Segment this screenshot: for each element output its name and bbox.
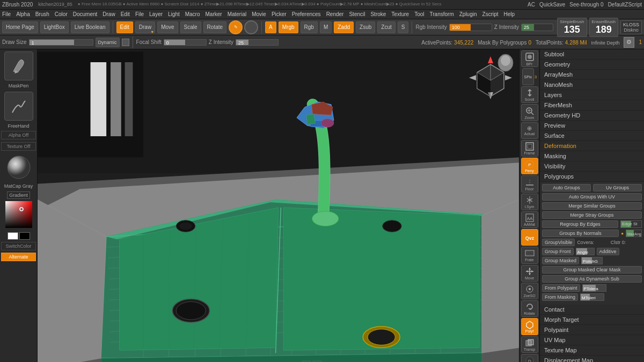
menu-contact[interactable]: Contact [540, 305, 644, 315]
menu-picker[interactable]: Picker [272, 11, 287, 17]
angle-slider[interactable]: Angle [576, 248, 595, 255]
rgb-intensity-slider[interactable]: 100 [449, 24, 492, 31]
side-bpr[interactable]: BPr [521, 50, 538, 67]
transp-icon[interactable]: Transp [521, 336, 538, 353]
zoom-icon[interactable]: Zoom [521, 104, 538, 121]
mrgb-btn[interactable]: Mrgb [279, 21, 298, 33]
menu-nanomesh[interactable]: NanoMesh [540, 80, 644, 90]
color-picker-area[interactable] [5, 201, 32, 229]
menu-stencil[interactable]: Stencil [349, 11, 365, 17]
m-btn[interactable]: M [320, 21, 332, 33]
uv-groups-btn[interactable]: Uv Groups [593, 184, 642, 191]
menu-uv-map[interactable]: UV Map [540, 335, 644, 345]
draw-btn[interactable]: Draw ▼ [135, 21, 155, 33]
menu-document[interactable]: Document [73, 11, 98, 17]
actual-icon[interactable]: ⊕ Actual [521, 122, 538, 139]
draw-size-slider[interactable]: 1 [29, 39, 93, 46]
settings-icon[interactable]: ⚙ [624, 37, 634, 48]
menu-zscript[interactable]: Zscript [482, 11, 499, 17]
qvz-icon[interactable]: Qvz [521, 229, 538, 246]
menu-geometry[interactable]: Geometry [540, 60, 644, 70]
lightbox-btn[interactable]: LightBox [40, 21, 69, 33]
menu-polypaint[interactable]: Polypaint [540, 325, 644, 335]
groups-normals-btn[interactable]: Groups By Normals [542, 230, 619, 237]
menu-visibility[interactable]: Visibility [540, 161, 644, 172]
group-masked-btn[interactable]: Group Masked [542, 257, 579, 264]
menu-material[interactable]: Material [228, 11, 247, 17]
frame2-icon[interactable]: Frate [521, 247, 538, 263]
floor-icon[interactable]: Floor [521, 175, 538, 192]
from-polypaint-btn[interactable]: From Polypaint [542, 284, 580, 292]
regroup-btn[interactable]: Regroup By Edges [542, 220, 618, 228]
ac-btn[interactable]: AC [528, 2, 535, 8]
focal-shift-slider[interactable]: 0 [164, 39, 207, 46]
zadd-btn[interactable]: Zadd [334, 21, 354, 33]
menu-file[interactable]: File [2, 11, 11, 17]
menu-movie[interactable]: Movie [252, 11, 266, 17]
number-1[interactable]: 1 [639, 39, 642, 45]
menu-layer[interactable]: Layer [149, 11, 163, 17]
menu-file2[interactable]: File [135, 11, 144, 17]
additive-btn[interactable]: Additive [597, 248, 619, 255]
spix-icon[interactable]: SPix [522, 68, 534, 85]
menu-help[interactable]: Help [504, 11, 515, 17]
menu-layers[interactable]: Layers [540, 90, 644, 100]
move-icon[interactable]: Move [521, 265, 538, 282]
zoeso-icon[interactable]: ZoeSO [521, 283, 538, 299]
scale-btn[interactable]: Scale [180, 21, 201, 33]
menu-subtool[interactable]: Subtool [540, 49, 644, 60]
menu-macro[interactable]: Macro [185, 11, 200, 17]
auto-groups-btn[interactable]: Auto Groups [542, 184, 591, 191]
maxang-dot[interactable]: ● [621, 231, 624, 236]
menu-edit[interactable]: Edit [121, 11, 130, 17]
brush-freehand[interactable] [4, 92, 33, 121]
menu-transform[interactable]: Transform [430, 11, 454, 17]
black-swatch[interactable] [19, 232, 30, 240]
menu-stroke[interactable]: Stroke [370, 11, 386, 17]
menu-masking[interactable]: Masking [540, 151, 644, 161]
menu-draw[interactable]: Draw [103, 11, 115, 17]
menu-texture-map[interactable]: Texture Map [540, 345, 644, 356]
switch-color-btn[interactable]: SwitchColor [1, 242, 36, 250]
viewport[interactable]: ▲ ▼ [38, 49, 519, 362]
menu-polygroups[interactable]: Polygroups [540, 172, 644, 182]
move-btn[interactable]: Move [157, 21, 178, 33]
paint-dot[interactable]: ✎ [229, 20, 243, 34]
menu-geometryhd[interactable]: Geometry HD [540, 110, 644, 121]
white-swatch[interactable] [8, 232, 18, 240]
move-dot[interactable] [244, 20, 258, 34]
menu-color[interactable]: Color [55, 11, 68, 17]
merge-stray-btn[interactable]: Merge Stray Groups [542, 211, 642, 219]
scroll-icon[interactable]: Scroll [521, 86, 538, 103]
groupvisible-btn[interactable]: GroupVisible [542, 239, 575, 246]
home-page-btn[interactable]: Home Page [2, 21, 38, 33]
frame-icon[interactable]: Frame [521, 140, 538, 157]
lsym-icon[interactable]: l.Sym [521, 194, 538, 210]
aamat-icon[interactable]: AA AAMat [521, 211, 538, 228]
z-intensity2-slider[interactable]: 25 [236, 39, 279, 46]
perry-icon[interactable]: P Perry [521, 158, 538, 174]
group-front-btn[interactable]: Group Front [542, 248, 574, 255]
merge-similar-btn[interactable]: Merge Similar Groups [542, 202, 642, 210]
script-btn[interactable]: DefaultZScript [608, 2, 642, 8]
menu-light[interactable]: Light [168, 11, 180, 17]
menu-surface[interactable]: Surface [540, 131, 644, 141]
s-btn[interactable]: S [398, 21, 409, 33]
rotate-btn[interactable]: Rotate [203, 21, 226, 33]
menu-preview[interactable]: Preview [540, 121, 644, 131]
group-dynamesh-btn[interactable]: Group As Dynamesh Sub [542, 275, 642, 283]
mode-a-btn[interactable]: A [265, 21, 276, 33]
menu-marker[interactable]: Marker [206, 11, 222, 17]
edit-btn[interactable]: Edit [116, 21, 133, 33]
maxang-slider[interactable]: MaxAng [626, 230, 642, 237]
material-sphere[interactable] [5, 154, 32, 181]
alternate-btn[interactable]: Alternate [1, 253, 36, 261]
menu-preferences[interactable]: Preferences [292, 11, 321, 17]
z-intensity-slider[interactable]: 25 [521, 24, 553, 31]
polyf-icon[interactable]: Polyf [521, 318, 538, 335]
alpha-off-btn[interactable]: Alpha Off [1, 131, 36, 139]
texture-off-btn[interactable]: Texture Off [1, 142, 36, 151]
dynamic-btn[interactable]: Dynamic [96, 38, 120, 47]
menu-render[interactable]: Render [326, 11, 344, 17]
edge-st-slider[interactable]: Edge St [620, 220, 642, 228]
